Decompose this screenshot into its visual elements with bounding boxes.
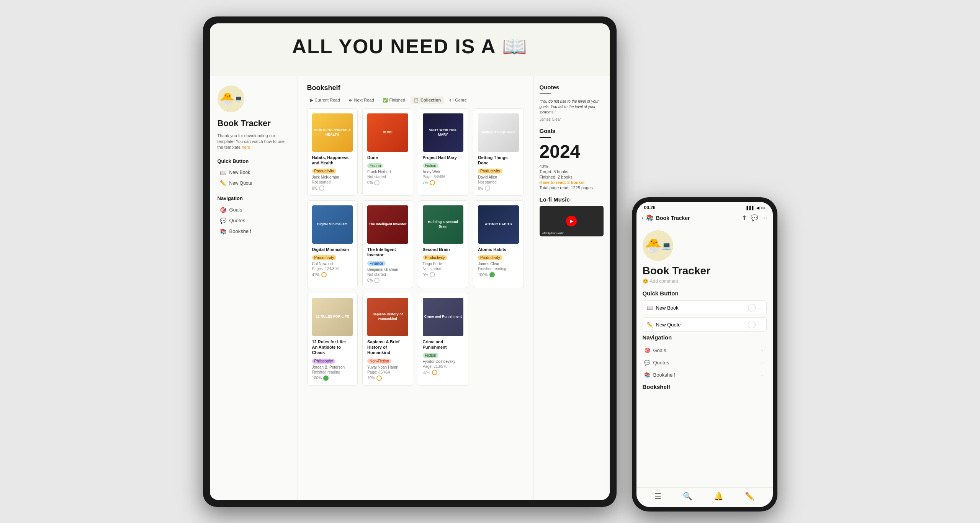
more-icon[interactable]: ··· (762, 215, 767, 221)
book-card-4[interactable]: Digital Minimalism Digital Minimalism Pr… (307, 200, 358, 288)
phone-nav-quotes[interactable]: 💬 Quotes ··· (643, 357, 767, 368)
book-card-8[interactable]: 12 RULES FOR LIFE 12 Rules for Life: An … (307, 293, 358, 386)
bell-icon[interactable]: 🔔 (714, 492, 723, 501)
new-book-circle[interactable] (748, 304, 756, 312)
phone-bookshelf-icon: 📚 (644, 372, 650, 378)
thank-you-text: Thank you for downloading our template! … (218, 133, 290, 151)
book-author: Jordan B. Peterson (312, 365, 353, 369)
share-icon[interactable]: ⬆ (742, 214, 747, 221)
book-pages: Page: 34/496 (423, 175, 464, 179)
book-cover: Building a Second Brain (423, 205, 464, 244)
book-tag: Productivity (423, 255, 447, 260)
book-card-3[interactable]: Getting Things Done Getting Things Done … (473, 108, 524, 196)
nav-quotes[interactable]: 💬 Quotes (218, 216, 290, 226)
nav-goals[interactable]: 🎯 Goals (218, 205, 290, 215)
phone-mascot: 🐣 💻 (643, 230, 673, 261)
comment-icon[interactable]: 💬 (751, 214, 758, 221)
book-cover: The Intelligent Investor (367, 205, 408, 244)
goal-total-pages: Total page read: 1225 pages (540, 185, 604, 190)
book-status: Finished reading (478, 267, 519, 271)
template-link[interactable]: here (242, 145, 250, 149)
tablet-screen: ALL YOU NEED IS A 📖 · · · · · · · · · · … (210, 23, 610, 500)
progress-circle (430, 272, 435, 277)
book-title: 12 Rules for Life: An Antidote to Chaos (312, 339, 353, 356)
book-status: Not started (367, 272, 408, 277)
book-card-1[interactable]: DUNE Dune Fiction Frank Herbert Not star… (362, 108, 413, 196)
back-icon[interactable]: ‹ (642, 215, 644, 221)
new-book-dots[interactable]: ··· (758, 305, 762, 311)
book-cover: HABITS HAPPINESS & HEALTH (312, 113, 353, 152)
phone-bookshelf-section: Bookshelf (643, 384, 767, 390)
book-status: Not started (478, 180, 519, 184)
tablet-main-content: Bookshelf ▶ Current Read ⏭ Next Read ✅ F… (298, 76, 533, 500)
book-author: Tiago Forte (423, 262, 464, 266)
book-tag: Philosophy (312, 359, 335, 364)
book-author: Yuval Noah Harari (367, 365, 408, 369)
progress-circle (430, 180, 435, 185)
goals-icon: 🎯 (220, 207, 226, 213)
book-title: The Intelligent Investor (367, 247, 408, 258)
phone-new-book-button[interactable]: 📖 New Book ··· (643, 300, 767, 315)
book-cover: DUNE (367, 113, 408, 152)
book-card-2[interactable]: ANDY WEIR HAIL MARY Project Hail Mary Fi… (418, 108, 469, 196)
filter-finished[interactable]: ✅ Finished (380, 97, 409, 104)
book-card-10[interactable]: Crime and Punishment Crime and Punishmen… (418, 293, 469, 386)
book-pages: Page: 86/464 (367, 370, 408, 374)
filter-genre[interactable]: 🏷 Genre (446, 97, 470, 103)
book-title: Sapiens: A Brief History of Humankind (367, 339, 408, 356)
progress-circle (376, 375, 382, 381)
goal-have-to-read: Have to read: 3 books! (540, 180, 604, 185)
phone-nav-bookshelf[interactable]: 📚 Bookshelf ··· (643, 369, 767, 380)
pencil-icon: ✏️ (220, 180, 226, 186)
book-card-9[interactable]: Sapiens History of Humankind Sapiens: A … (362, 293, 413, 386)
quotes-nav-dots[interactable]: ··· (761, 359, 765, 366)
filter-current-read[interactable]: ▶ Current Read (307, 97, 343, 104)
goal-finished: Finished: 2 books (540, 175, 604, 179)
bookshelf-title: Bookshelf (307, 84, 340, 92)
phone-new-quote-button[interactable]: ✏️ New Quote ··· (643, 317, 767, 332)
book-status: Not started (312, 180, 353, 184)
quotes-section-title: Quotes (540, 84, 604, 90)
phone-bookshelf-title: Bookshelf (643, 384, 767, 390)
book-progress: 0% (312, 185, 353, 191)
book-tag: Fiction (423, 163, 438, 168)
menu-icon[interactable]: ☰ (654, 492, 661, 501)
phone-navigation-title: Navigation (643, 334, 767, 341)
search-icon[interactable]: 🔍 (683, 492, 692, 501)
quick-button-label: Quick Button (218, 158, 290, 164)
phone-nav-goals[interactable]: 🎯 Goals ··· (643, 344, 767, 356)
nav-bookshelf[interactable]: 📚 Bookshelf (218, 226, 290, 236)
book-progress: 0% (367, 278, 408, 283)
book-progress: 0% (478, 185, 519, 191)
book-card-5[interactable]: The Intelligent Investor The Intelligent… (362, 200, 413, 288)
bookshelf-nav-dots[interactable]: ··· (761, 372, 765, 378)
book-card-0[interactable]: HABITS HAPPINESS & HEALTH Habits, Happin… (307, 108, 358, 196)
book-card-7[interactable]: ATOMIC HABITS Atomic Habits Productivity… (473, 200, 524, 288)
goals-nav-dots[interactable]: ··· (761, 347, 765, 353)
phone-bottom-bar: ☰ 🔍 🔔 ✏️ (636, 487, 773, 507)
lofi-section: Lo-fi Music ▶ lofi hip hop radio... (540, 196, 604, 236)
book-card-6[interactable]: Building a Second Brain Second Brain Pro… (418, 200, 469, 288)
nav-book-emoji: 📚 (646, 214, 654, 221)
book-author: Benjamin Graham (367, 267, 408, 272)
lofi-video-thumbnail[interactable]: ▶ lofi hip hop radio... (540, 206, 604, 236)
book-tag: Productivity (312, 255, 337, 260)
phone-quotes-icon: 💬 (644, 360, 650, 366)
filter-collection[interactable]: 📋 Collection (411, 97, 444, 104)
phone-goals-icon: 🎯 (644, 348, 650, 353)
phone-page-title: Book Tracker (643, 265, 767, 277)
play-button[interactable]: ▶ (566, 216, 577, 226)
book-progress: 19% (367, 375, 408, 381)
phone-nav-left: ‹ 📚 Book Tracker (642, 214, 690, 221)
filter-next-read[interactable]: ⏭ Next Read (345, 97, 377, 103)
new-book-button[interactable]: 📖 New Book (218, 168, 290, 177)
phone-add-comment[interactable]: 😊 Add comment (643, 279, 767, 284)
compose-icon[interactable]: ✏️ (745, 492, 754, 501)
new-quote-button[interactable]: ✏️ New Quote (218, 179, 290, 188)
book-progress: 100% (478, 272, 519, 277)
book-title: Project Hail Mary (423, 155, 464, 160)
new-quote-dots[interactable]: ··· (758, 321, 762, 328)
new-quote-circle[interactable] (748, 321, 756, 328)
phone-book-icon: 📖 (647, 305, 653, 311)
book-cover: ANDY WEIR HAIL MARY (423, 113, 464, 152)
